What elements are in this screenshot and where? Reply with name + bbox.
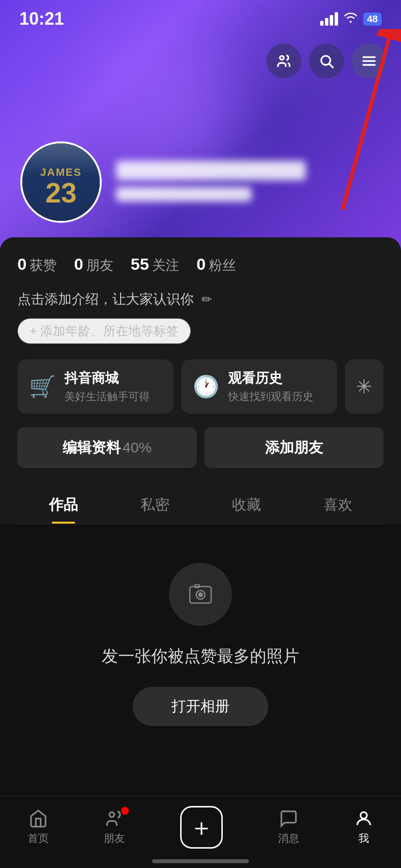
username-blur-1	[116, 161, 306, 180]
nav-messages-label: 消息	[278, 831, 299, 846]
tabs-row: 作品 私密 收藏 喜欢	[17, 485, 384, 524]
battery-indicator: 48	[363, 13, 382, 26]
jersey-name: JAMES	[40, 167, 82, 178]
main-content: 0 获赞 0 朋友 55 关注 0 粉丝 点击添加介绍，让大家认识你 ✏ + 添…	[0, 237, 401, 524]
username-area	[116, 161, 386, 208]
nav-home[interactable]: 首页	[28, 809, 49, 846]
empty-state: 发一张你被点赞最多的照片 打开相册	[0, 524, 401, 755]
edit-profile-button[interactable]: 编辑资料 40%	[17, 427, 197, 468]
tab-likes[interactable]: 喜欢	[292, 485, 384, 524]
friends-button[interactable]	[266, 44, 301, 78]
signal-icon	[320, 12, 338, 26]
empty-icon	[169, 563, 232, 626]
followers-count: 0	[197, 255, 206, 274]
top-actions	[266, 44, 386, 78]
nav-profile-label: 我	[358, 831, 369, 846]
stat-friends: 0 朋友	[74, 255, 113, 275]
following-count: 55	[131, 255, 149, 274]
shortcut-row: 🛒 抖音商城 美好生活触手可得 🕐 观看历史 快速找到观看历史 ✳	[17, 359, 384, 414]
menu-button[interactable]	[352, 44, 386, 78]
add-friend-button[interactable]: 添加朋友	[204, 427, 384, 468]
friends-count: 0	[74, 255, 83, 274]
shortcut-mall[interactable]: 🛒 抖音商城 美好生活触手可得	[17, 359, 173, 414]
status-icons: 48	[320, 11, 382, 27]
action-buttons: 编辑资料 40% 添加朋友	[17, 427, 384, 468]
svg-line-2	[329, 64, 333, 67]
nav-add[interactable]: ＋	[180, 806, 223, 849]
nav-messages[interactable]: 消息	[278, 809, 299, 846]
stat-likes: 0 获赞	[17, 255, 57, 275]
edit-bio-icon[interactable]: ✏	[201, 292, 212, 307]
history-title: 观看历史	[228, 369, 313, 388]
stat-followers[interactable]: 0 粉丝	[197, 255, 236, 275]
svg-point-10	[199, 593, 202, 597]
status-bar: 10:21 48	[0, 0, 401, 34]
open-album-button[interactable]: 打开相册	[133, 687, 268, 726]
shortcut-history[interactable]: 🕐 观看历史 快速找到观看历史	[181, 359, 337, 414]
likes-label: 获赞	[30, 256, 57, 275]
add-content-button[interactable]: ＋	[180, 806, 223, 849]
empty-title: 发一张你被点赞最多的照片	[102, 645, 299, 667]
mall-text: 抖音商城 美好生活触手可得	[64, 369, 150, 404]
bio-text: 点击添加介绍，让大家认识你	[17, 290, 194, 309]
nav-profile[interactable]: 我	[354, 809, 373, 846]
history-subtitle: 快速找到观看历史	[228, 389, 313, 404]
username-blur-2	[116, 187, 251, 202]
tab-private[interactable]: 私密	[109, 485, 200, 524]
home-indicator	[152, 859, 249, 863]
following-label: 关注	[152, 256, 179, 275]
history-text: 观看历史 快速找到观看历史	[228, 369, 313, 404]
followers-label: 粉丝	[209, 256, 236, 275]
edit-profile-label: 编辑资料	[62, 438, 121, 458]
plus-icon: ＋	[189, 815, 214, 839]
history-icon: 🕐	[193, 374, 219, 399]
add-tags-button[interactable]: + 添加年龄、所在地等标签	[17, 318, 191, 344]
tab-works[interactable]: 作品	[17, 485, 109, 524]
avatar-container: JAMES 23	[20, 141, 102, 223]
stats-row: 0 获赞 0 朋友 55 关注 0 粉丝	[17, 255, 384, 275]
bottom-nav: 首页 朋友 ＋ 消息 我	[0, 796, 401, 868]
shortcut-more[interactable]: ✳	[345, 359, 384, 414]
nav-home-label: 首页	[28, 831, 49, 846]
svg-point-12	[109, 812, 114, 817]
tags-row: + 添加年龄、所在地等标签	[17, 318, 384, 344]
status-time: 10:21	[19, 9, 64, 29]
asterisk-icon: ✳	[356, 375, 372, 398]
stat-following[interactable]: 55 关注	[131, 255, 179, 275]
tab-favorites[interactable]: 收藏	[200, 485, 292, 524]
bio-row[interactable]: 点击添加介绍，让大家认识你 ✏	[17, 290, 384, 309]
wifi-icon	[343, 11, 358, 27]
avatar[interactable]: JAMES 23	[20, 141, 102, 223]
friends-label: 朋友	[86, 256, 113, 275]
mall-title: 抖音商城	[64, 369, 150, 388]
svg-point-13	[361, 812, 367, 819]
jersey-number: 23	[40, 179, 82, 207]
likes-count: 0	[17, 255, 27, 274]
nav-friends-label: 朋友	[104, 831, 125, 846]
search-button[interactable]	[309, 44, 344, 78]
nav-friends[interactable]: 朋友	[104, 809, 125, 846]
mall-subtitle: 美好生活触手可得	[64, 389, 150, 404]
profile-banner: JAMES 23	[0, 0, 401, 252]
mall-icon: 🛒	[29, 374, 56, 399]
friends-notification-dot	[121, 807, 129, 815]
edit-profile-percent: 40%	[123, 439, 152, 456]
svg-point-0	[280, 56, 284, 60]
